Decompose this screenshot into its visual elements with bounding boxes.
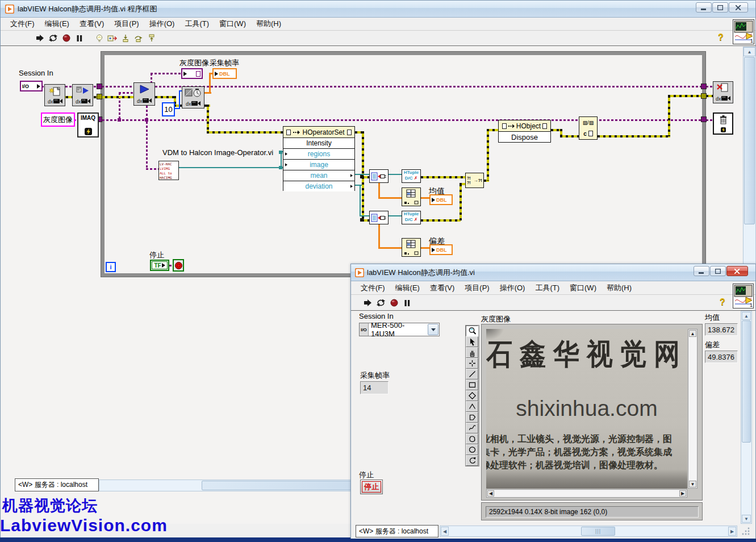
menu-item-project[interactable]: 项目(P) bbox=[109, 18, 144, 30]
htuple-dispose-node[interactable]: HTuple D/C ✗ bbox=[402, 211, 421, 224]
iteration-terminal[interactable]: i bbox=[106, 262, 116, 272]
loop-gray-image-indicator[interactable] bbox=[181, 68, 203, 79]
menu-item-view[interactable]: 查看(V) bbox=[74, 18, 109, 30]
loop-tunnel[interactable] bbox=[97, 94, 102, 99]
step-over-button[interactable] bbox=[132, 32, 145, 44]
menu-item-operate[interactable]: 操作(O) bbox=[144, 18, 180, 30]
scroll-up-arrow[interactable]: ▲ bbox=[742, 312, 751, 320]
grayscale-image[interactable]: 石鑫华视觉网 shixinhua.com 业相机，工业镜头，视觉光源，光源控制器… bbox=[486, 329, 687, 489]
imaq-dispose-node[interactable] bbox=[713, 112, 733, 135]
camera-open-node[interactable]: dx bbox=[44, 84, 65, 106]
menu-item-help[interactable]: 帮助(H) bbox=[602, 282, 637, 294]
session-in-control[interactable]: I/O bbox=[20, 81, 43, 91]
angle-tool[interactable] bbox=[466, 401, 478, 412]
scroll-right-arrow[interactable]: ▶ bbox=[679, 490, 686, 497]
context-help-icon[interactable]: ? bbox=[720, 297, 725, 307]
panel-titlebar[interactable]: labVIEW Halcon静态调用-均值.vi bbox=[351, 264, 755, 281]
scroll-left-arrow[interactable]: ◀ bbox=[441, 527, 449, 536]
pause-button[interactable] bbox=[73, 32, 86, 44]
mean-indicator[interactable]: DBL bbox=[429, 194, 453, 205]
session-in-dropdown[interactable]: I/O MER-500-14U3M bbox=[359, 323, 440, 336]
hobject-to-htuple-node[interactable] bbox=[369, 211, 389, 224]
menu-item-window[interactable]: 窗口(W) bbox=[565, 282, 602, 294]
polygon-tool[interactable] bbox=[466, 412, 478, 423]
freehand-line-tool[interactable] bbox=[466, 423, 478, 433]
run-continuous-button[interactable] bbox=[47, 32, 60, 44]
scroll-down-arrow[interactable]: ▼ bbox=[742, 515, 751, 523]
menu-item-project[interactable]: 项目(P) bbox=[460, 282, 494, 294]
loop-tunnel[interactable] bbox=[701, 93, 707, 99]
vi-icon[interactable]: 1 bbox=[733, 19, 754, 44]
rectangle-tool[interactable] bbox=[466, 380, 478, 390]
loop-tunnel[interactable] bbox=[97, 84, 102, 89]
dropdown-arrow-icon[interactable] bbox=[428, 324, 438, 335]
hobject-dispose-node[interactable]: HObject Dispose bbox=[498, 120, 551, 143]
menu-item-edit[interactable]: 编辑(E) bbox=[40, 18, 74, 30]
abort-button[interactable] bbox=[60, 32, 73, 44]
minimize-button[interactable] bbox=[694, 266, 709, 276]
pause-button[interactable] bbox=[400, 297, 413, 309]
panel-h-scrollbar[interactable]: ◀ ||| ▶ bbox=[440, 526, 737, 537]
frame-rate-indicator[interactable]: DBL bbox=[212, 68, 237, 79]
scroll-down-arrow[interactable]: ▼ bbox=[689, 481, 696, 487]
v-scroll-thumb[interactable] bbox=[742, 320, 751, 443]
menu-item-view[interactable]: 查看(V) bbox=[425, 282, 460, 294]
menu-item-tools[interactable]: 工具(T) bbox=[530, 282, 565, 294]
htuple-dispose-node[interactable]: HTuple D/C ✗ bbox=[402, 169, 421, 183]
cursor-tool[interactable] bbox=[466, 336, 478, 347]
abort-button[interactable] bbox=[387, 297, 400, 309]
line-tool[interactable] bbox=[466, 369, 478, 380]
index-array-node[interactable] bbox=[402, 238, 421, 257]
vdm-conversion-node[interactable]: LV-HAC LVIMG ALL to HACIMG bbox=[158, 161, 179, 180]
menu-item-file[interactable]: 文件(F) bbox=[356, 282, 390, 294]
image-h-scrollbar[interactable]: ◀ ▶ bbox=[486, 489, 687, 498]
zoom-tool[interactable] bbox=[466, 326, 478, 336]
freehand-region-tool[interactable] bbox=[466, 433, 478, 444]
vi-icon[interactable]: 1 bbox=[733, 283, 754, 308]
menu-item-window[interactable]: 窗口(W) bbox=[214, 18, 251, 30]
run-button[interactable] bbox=[361, 297, 374, 309]
diagram-titlebar[interactable]: labVIEW Halcon静态调用-均值.vi 程序框图 bbox=[1, 1, 755, 18]
rotated-rect-tool[interactable] bbox=[466, 390, 478, 401]
menu-item-operate[interactable]: 操作(O) bbox=[495, 282, 531, 294]
scroll-up-arrow[interactable]: ▲ bbox=[689, 330, 696, 337]
loop-condition-terminal[interactable] bbox=[173, 259, 184, 272]
maximize-button[interactable] bbox=[712, 2, 728, 12]
merge-errors-node[interactable]: ?! ?! →?! bbox=[465, 173, 484, 188]
imaq-create-node[interactable]: IMAQ bbox=[77, 112, 99, 137]
maximize-button[interactable] bbox=[710, 266, 726, 276]
camera-configure-node[interactable]: dx bbox=[72, 84, 93, 106]
menu-item-tools[interactable]: 工具(T) bbox=[179, 18, 214, 30]
image-display[interactable]: 石鑫华视觉网 shixinhua.com 业相机，工业镜头，视觉光源，光源控制器… bbox=[481, 324, 703, 501]
menu-item-help[interactable]: 帮助(H) bbox=[251, 18, 286, 30]
gray-image-control[interactable]: 灰度图像 bbox=[41, 112, 75, 127]
scroll-right-arrow[interactable]: ▶ bbox=[728, 527, 736, 536]
stop-tf-terminal[interactable]: TF bbox=[150, 260, 169, 271]
deviation-indicator[interactable]: DBL bbox=[429, 244, 453, 255]
loop-tunnel[interactable] bbox=[701, 116, 707, 122]
camera-grab-node[interactable]: dx bbox=[133, 82, 155, 106]
camera-close-node[interactable]: dx bbox=[713, 81, 733, 103]
retain-wire-values-button[interactable] bbox=[106, 32, 119, 44]
index-array-node[interactable] bbox=[402, 187, 421, 206]
close-button[interactable] bbox=[729, 2, 748, 12]
context-help-icon[interactable]: ? bbox=[718, 32, 724, 43]
v-scroll-thumb[interactable] bbox=[744, 57, 755, 224]
run-button[interactable] bbox=[34, 32, 47, 44]
menu-item-edit[interactable]: 编辑(E) bbox=[390, 282, 425, 294]
numeric-constant-10[interactable]: 10 bbox=[162, 102, 175, 116]
step-into-button[interactable] bbox=[119, 32, 132, 44]
oval-tool[interactable] bbox=[466, 444, 478, 455]
resize-grip[interactable] bbox=[740, 526, 752, 536]
close-button[interactable] bbox=[726, 266, 748, 276]
panel-v-scrollbar[interactable]: ▲ ▼ bbox=[741, 311, 752, 524]
frame-rate-node[interactable]: dx bbox=[182, 86, 204, 109]
stop-button[interactable]: 停止 bbox=[360, 480, 383, 494]
scroll-up-arrow[interactable]: ▲ bbox=[744, 47, 755, 56]
menu-item-file[interactable]: 文件(F) bbox=[5, 18, 40, 30]
point-tool[interactable] bbox=[466, 358, 478, 369]
step-out-button[interactable] bbox=[145, 32, 158, 44]
highlight-execution-button[interactable] bbox=[93, 32, 106, 44]
scroll-left-arrow[interactable]: ◀ bbox=[487, 490, 494, 497]
hoperatorset-node[interactable]: HOperatorSet Intensity regions image mea… bbox=[283, 126, 355, 191]
